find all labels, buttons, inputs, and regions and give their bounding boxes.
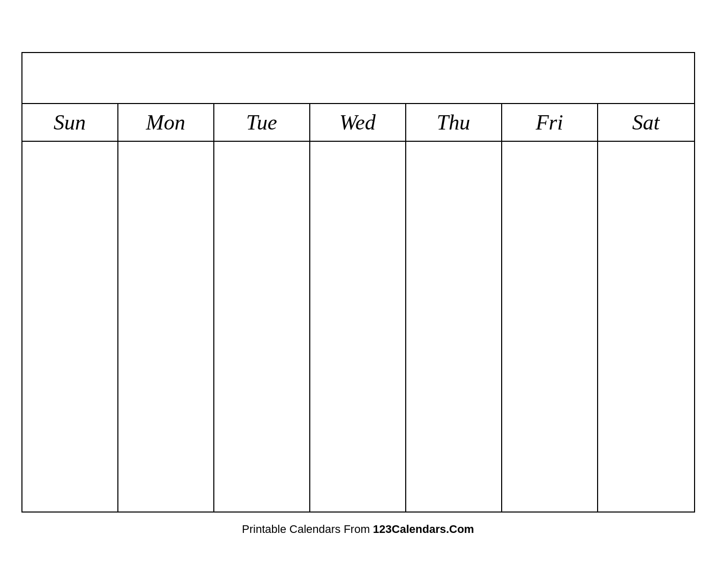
calendar-cell[interactable] xyxy=(502,364,598,438)
calendar-cell[interactable] xyxy=(502,438,598,512)
calendar-cell[interactable] xyxy=(310,142,406,216)
calendar-cell[interactable] xyxy=(598,216,694,290)
calendar-cell[interactable] xyxy=(502,216,598,290)
calendar-cell[interactable] xyxy=(22,290,118,364)
calendar-cell[interactable] xyxy=(406,290,502,364)
calendar-title-row xyxy=(22,53,694,104)
calendar-cell[interactable] xyxy=(406,438,502,512)
calendar-cell[interactable] xyxy=(598,142,694,216)
footer-bold-text: 123Calendars.Com xyxy=(373,523,474,535)
calendar-cell[interactable] xyxy=(310,364,406,438)
calendar-cell[interactable] xyxy=(214,438,310,512)
calendar-cell[interactable] xyxy=(118,142,214,216)
calendar-body xyxy=(22,142,694,512)
calendar-row-5 xyxy=(22,438,694,512)
calendar-row-3 xyxy=(22,290,694,364)
calendar-cell[interactable] xyxy=(598,290,694,364)
calendar-cell[interactable] xyxy=(406,364,502,438)
day-header-mon: Mon xyxy=(118,104,214,141)
page-wrapper: Sun Mon Tue Wed Thu Fri Sat xyxy=(0,0,716,588)
calendar-cell[interactable] xyxy=(118,216,214,290)
footer-normal-text: Printable Calendars From xyxy=(242,523,373,535)
calendar-cell[interactable] xyxy=(310,216,406,290)
calendar-cell[interactable] xyxy=(214,216,310,290)
calendar-cell[interactable] xyxy=(22,438,118,512)
calendar-cell[interactable] xyxy=(406,216,502,290)
calendar-cell[interactable] xyxy=(502,142,598,216)
calendar-cell[interactable] xyxy=(214,290,310,364)
calendar-cell[interactable] xyxy=(214,142,310,216)
day-header-tue: Tue xyxy=(214,104,310,141)
calendar-header: Sun Mon Tue Wed Thu Fri Sat xyxy=(22,104,694,142)
day-header-thu: Thu xyxy=(406,104,502,141)
calendar-cell[interactable] xyxy=(214,364,310,438)
calendar-cell[interactable] xyxy=(118,438,214,512)
calendar-cell[interactable] xyxy=(598,438,694,512)
calendar-cell[interactable] xyxy=(118,290,214,364)
calendar-cell[interactable] xyxy=(406,142,502,216)
day-header-fri: Fri xyxy=(502,104,598,141)
calendar-cell[interactable] xyxy=(22,216,118,290)
day-header-sat: Sat xyxy=(598,104,694,141)
calendar-cell[interactable] xyxy=(502,290,598,364)
footer-text: Printable Calendars From 123Calendars.Co… xyxy=(242,523,474,536)
calendar-cell[interactable] xyxy=(22,364,118,438)
calendar-cell[interactable] xyxy=(22,142,118,216)
calendar-cell[interactable] xyxy=(310,290,406,364)
calendar-container: Sun Mon Tue Wed Thu Fri Sat xyxy=(21,52,695,513)
calendar-cell[interactable] xyxy=(118,364,214,438)
day-header-sun: Sun xyxy=(22,104,118,141)
calendar-cell[interactable] xyxy=(598,364,694,438)
calendar-row-1 xyxy=(22,142,694,216)
calendar-row-4 xyxy=(22,364,694,438)
calendar-cell[interactable] xyxy=(310,438,406,512)
day-header-wed: Wed xyxy=(310,104,406,141)
calendar-row-2 xyxy=(22,216,694,290)
